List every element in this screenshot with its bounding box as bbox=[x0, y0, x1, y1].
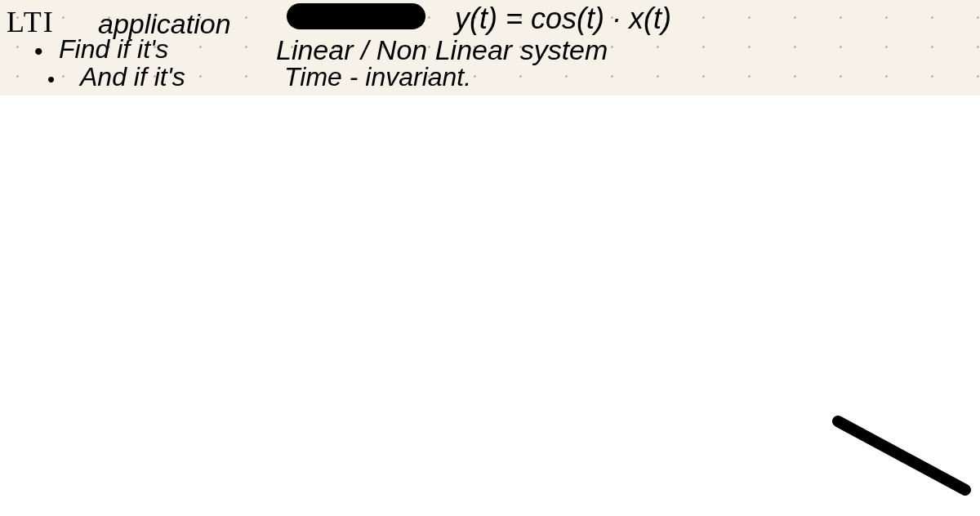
redaction-mark bbox=[287, 3, 425, 29]
bullet-2: • bbox=[47, 67, 55, 92]
diagonal-stroke bbox=[831, 415, 972, 496]
time-line: Time - invariant. bbox=[284, 62, 471, 92]
and-line: And if it's bbox=[80, 62, 185, 92]
title-abbrev: LTI bbox=[7, 5, 55, 39]
bullet-1: • bbox=[34, 38, 43, 65]
svg-line-0 bbox=[838, 421, 965, 490]
equation-text: y(t) = cos(t) · x(t) bbox=[455, 2, 671, 36]
find-line: Find if it's bbox=[59, 34, 168, 64]
